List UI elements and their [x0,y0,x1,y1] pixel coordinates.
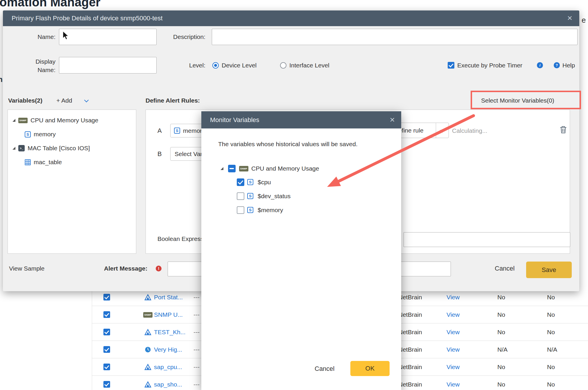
vendor-cell: NetBrain [398,328,422,337]
chevron-down-icon[interactable] [84,98,89,103]
tree-item-mac-table[interactable]: >_ MAC Table [Cisco IOS] [8,141,136,155]
view-sample-link[interactable]: View Sample [9,263,44,274]
string-variable-icon: S [247,207,253,213]
alert-rules-header: Define Alert Rules: [146,96,200,105]
save-button[interactable]: Save [526,262,572,278]
table-cell: --- [193,380,200,389]
warning-icon: ! [156,266,162,271]
tree-item-memory[interactable]: S memory [8,127,136,141]
table-cell: --- [193,363,200,371]
variables-header: Variables(2) [8,96,42,105]
rule-a-label: A [157,124,162,137]
modal-close-icon[interactable]: × [390,111,395,128]
row-checkbox[interactable] [103,346,110,353]
close-icon[interactable]: × [567,10,572,26]
table-cell: No [547,328,555,337]
execute-by-probe-timer-label: Execute by Probe Timer [457,57,522,74]
trash-icon[interactable] [560,126,567,135]
display-name-label-line1: Display [35,58,55,65]
execute-by-probe-timer-checkbox[interactable] [448,62,454,69]
probe-name-link[interactable]: SNMP U... [154,310,183,319]
tree-item-label: CPU and Memory Usage [31,117,98,124]
info-icon[interactable]: i [537,62,543,68]
table-cell: No [547,380,555,389]
probe-name-link[interactable]: TEST_Kh... [154,328,186,337]
expanded-triangle-icon[interactable] [12,147,15,150]
display-name-label-line2: Name: [37,67,55,73]
device-level-radio[interactable] [212,62,219,69]
root-node-label[interactable]: CPU and Memory Usage [251,165,319,172]
qapp-icon [143,381,153,388]
probe-name-link[interactable]: Port Stat... [154,293,183,302]
row-checkbox[interactable] [103,294,110,300]
expanded-triangle-icon[interactable] [12,119,15,122]
view-link[interactable]: View [447,345,460,354]
dialog-titlebar: Primary Flash Probe Details of device sn… [3,10,579,26]
highlight-rectangle [471,91,581,109]
display-name-label: Display Name: [15,57,55,74]
string-variable-icon: S [247,193,253,199]
probe-name-link[interactable]: sap_sho... [154,380,182,389]
vendor-cell: NetBrain [398,345,422,354]
view-link[interactable]: View [447,310,460,319]
expanded-triangle-icon[interactable] [220,167,223,170]
cpu-checkbox[interactable] [237,178,244,186]
qapp-icon [143,328,153,336]
variable-label[interactable]: $memory [258,206,283,214]
dev-status-checkbox[interactable] [237,192,244,200]
table-cell: No [547,363,555,371]
name-label: Name: [15,29,55,45]
string-variable-icon: S [174,128,180,134]
probe-name-link[interactable]: Very Hig... [154,345,182,354]
view-link[interactable]: View [447,293,460,302]
rule-b-label: B [157,147,162,161]
variable-label[interactable]: $cpu [258,178,271,186]
tree-item-mac-table-var[interactable]: mac_table [8,155,136,169]
level-label: Level: [154,57,205,74]
table-cell: No [497,293,505,302]
modal-ok-button[interactable]: OK [350,361,390,376]
name-input[interactable] [59,29,157,45]
table-cell: No [497,380,505,389]
help-icon[interactable]: ? [554,62,560,68]
page-title: omation Manager [0,0,101,9]
modal-description: The variables whose historical values wi… [218,140,358,148]
cancel-button[interactable]: Cancel [495,263,514,274]
clock-icon [143,346,153,353]
display-name-input[interactable] [59,57,157,74]
help-link[interactable]: Help [562,57,575,74]
interface-level-label[interactable]: Interface Level [289,57,329,74]
right-text-fragment: e [582,16,586,25]
row-checkbox[interactable] [103,381,110,388]
table-cell: No [497,363,505,371]
tree-item-cpu-memory-usage[interactable]: SNMP CPU and Memory Usage [8,113,136,127]
snmp-badge-icon: SNMP [239,166,248,171]
probe-name-link[interactable]: sap_cpu... [154,363,182,371]
table-cell: --- [193,310,200,319]
variable-label[interactable]: $dev_status [258,192,291,200]
view-link[interactable]: View [447,328,460,337]
row-checkbox[interactable] [103,311,110,318]
modal-cancel-button[interactable]: Cancel [315,363,334,375]
chevron-down-icon[interactable] [436,123,449,138]
calculating-status: Calculating... [452,124,487,137]
boolean-expression-input[interactable] [404,232,570,247]
row-checkbox[interactable] [103,329,110,335]
modal-title: Monitor Variables [210,111,259,128]
row-checkbox[interactable] [103,364,110,370]
interface-level-radio[interactable] [280,62,286,69]
description-input[interactable] [212,29,578,45]
table-cell: --- [193,345,200,354]
string-variable-icon: S [247,179,253,185]
device-level-label[interactable]: Device Level [222,57,257,74]
vendor-cell: NetBrain [398,293,422,302]
view-link[interactable]: View [447,363,460,371]
view-link[interactable]: View [447,380,460,389]
cli-terminal-icon: >_ [18,145,25,151]
table-cell: No [547,310,555,319]
snmp-icon: SNMP [143,311,153,319]
root-checkbox-indeterminate[interactable] [228,165,236,172]
memory-checkbox[interactable] [237,206,244,214]
add-variable-button[interactable]: + Add [56,96,72,105]
snmp-badge-icon: SNMP [18,118,28,123]
